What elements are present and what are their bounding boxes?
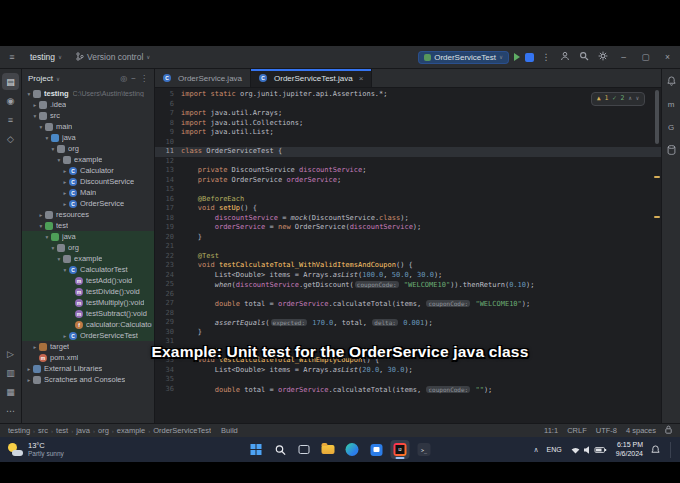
tray-status-icons[interactable]: [570, 441, 608, 459]
maximize-button[interactable]: ▢: [637, 52, 654, 62]
profile-icon[interactable]: [558, 51, 572, 63]
tree-item-discountservice[interactable]: ▸CDiscountService: [22, 176, 154, 187]
code-line-5[interactable]: 5import static org.junit.jupiter.api.Ass…: [155, 90, 661, 100]
code-line-15[interactable]: 15: [155, 185, 661, 195]
tree-item-external-libraries[interactable]: ▸External Libraries: [22, 363, 154, 374]
code-line-16[interactable]: 16 @BeforeEach: [155, 195, 661, 205]
tree-item-orderservice[interactable]: ▸COrderService: [22, 198, 154, 209]
code-line-27[interactable]: 27 double total = orderService.calculate…: [155, 299, 661, 309]
breadcrumb-example[interactable]: example: [117, 426, 145, 435]
code-line-34[interactable]: 34 List<Double> items = Arrays.asList(20…: [155, 366, 661, 376]
run-button[interactable]: [514, 53, 520, 61]
tree-item-testing[interactable]: ▾testingC:\Users\Austin\testing: [22, 88, 154, 99]
terminal-tool-icon[interactable]: ▥: [2, 364, 19, 381]
tree-chevron-icon[interactable]: ▾: [43, 135, 51, 141]
tree-item-orderservicetest[interactable]: ▸COrderServiceTest: [22, 330, 154, 341]
build-status[interactable]: Build: [221, 426, 238, 435]
main-menu-button[interactable]: ≡: [4, 52, 20, 62]
prev-problem-button[interactable]: ∧: [628, 94, 631, 104]
more-actions-button[interactable]: ⋮: [539, 52, 553, 62]
taskbar-icon-intellij[interactable]: IJ: [391, 440, 410, 459]
code-line-26[interactable]: 26: [155, 290, 661, 300]
tree-chevron-icon[interactable]: ▸: [61, 201, 69, 207]
code-line-10[interactable]: 10: [155, 138, 661, 148]
tree-item-test[interactable]: ▾test: [22, 220, 154, 231]
tree-chevron-icon[interactable]: ▸: [25, 366, 33, 372]
tray-overflow-chevron[interactable]: ∧: [533, 446, 538, 454]
panel-action-icon[interactable]: −: [131, 74, 136, 83]
tree-chevron-icon[interactable]: ▾: [31, 113, 39, 119]
taskbar-icon-search[interactable]: [271, 440, 290, 459]
code-line-7[interactable]: 7import java.util.Arrays;: [155, 109, 661, 119]
breadcrumb-src[interactable]: src: [38, 426, 48, 435]
tree-item-main[interactable]: ▸CMain: [22, 187, 154, 198]
more-tool-icon[interactable]: ⋯: [2, 402, 19, 419]
panel-action-icon[interactable]: ⋮: [140, 74, 148, 83]
code-line-22[interactable]: 22 @Test: [155, 252, 661, 262]
notifications-bell-icon[interactable]: [664, 74, 678, 88]
tree-item-calculatortest[interactable]: ▾CCalculatorTest: [22, 264, 154, 275]
code-line-23[interactable]: 23 void testCalculateTotal_WithValidItem…: [155, 261, 661, 271]
tree-chevron-icon[interactable]: ▾: [55, 256, 63, 262]
problems-tool-icon[interactable]: ▦: [2, 383, 19, 400]
language-indicator[interactable]: ENG: [547, 446, 562, 453]
structure-tool-icon[interactable]: ≡: [2, 111, 19, 128]
gradle-tool-icon[interactable]: G: [664, 120, 678, 134]
inspections-widget[interactable]: ▲1 ✓2 ∧ ∨: [591, 92, 645, 106]
tree-chevron-icon[interactable]: ▾: [25, 91, 33, 97]
code-line-20[interactable]: 20 }: [155, 233, 661, 243]
database-tool-icon[interactable]: [664, 143, 678, 157]
breadcrumb-orderservicetest[interactable]: OrderServiceTest: [153, 426, 211, 435]
tree-item-org[interactable]: ▾org: [22, 143, 154, 154]
tree-chevron-icon[interactable]: ▸: [61, 168, 69, 174]
tree-item-org[interactable]: ▾org: [22, 242, 154, 253]
taskbar-icon-start[interactable]: [247, 440, 266, 459]
code-line-36[interactable]: 36 double total = orderService.calculate…: [155, 385, 661, 395]
tab-orderservice-java[interactable]: COrderService.java: [155, 69, 251, 87]
notification-center-icon[interactable]: [651, 441, 660, 459]
tree-chevron-icon[interactable]: ▾: [43, 234, 51, 240]
code-line-18[interactable]: 18 discountService = mock(DiscountServic…: [155, 214, 661, 224]
maven-tool-icon[interactable]: m: [664, 97, 678, 111]
tree-item-scratches-and-consoles[interactable]: ▸Scratches and Consoles: [22, 374, 154, 385]
tree-item-main[interactable]: ▾main: [22, 121, 154, 132]
code-line-13[interactable]: 13 private DiscountService discountServi…: [155, 166, 661, 176]
tree-item-calculator[interactable]: ▸CCalculator: [22, 165, 154, 176]
tree-item-idea[interactable]: ▸.idea: [22, 99, 154, 110]
panel-action-icon[interactable]: ◎: [120, 74, 127, 83]
project-tool-icon[interactable]: ▤: [2, 73, 19, 90]
taskbar-icon-terminal[interactable]: >_: [415, 440, 434, 459]
code-line-9[interactable]: 9import java.util.List;: [155, 128, 661, 138]
tree-chevron-icon[interactable]: ▾: [61, 267, 69, 273]
breadcrumb-testing[interactable]: testing: [8, 426, 30, 435]
code-line-19[interactable]: 19 orderService = new OrderService(disco…: [155, 223, 661, 233]
code-line-21[interactable]: 21: [155, 242, 661, 252]
code-line-17[interactable]: 17 void setUp() {: [155, 204, 661, 214]
code-line-11[interactable]: 11class OrderServiceTest {: [155, 147, 661, 157]
code-line-6[interactable]: 6: [155, 100, 661, 110]
warning-stripe-mark[interactable]: [654, 216, 660, 218]
minimize-button[interactable]: –: [615, 52, 632, 62]
tree-item-java[interactable]: ▾java: [22, 132, 154, 143]
code-line-14[interactable]: 14 private OrderService orderService;: [155, 176, 661, 186]
close-tab-icon[interactable]: ×: [359, 74, 364, 83]
tree-chevron-icon[interactable]: ▸: [61, 190, 69, 196]
taskbar-weather-widget[interactable]: 13°C Partly sunny: [8, 442, 64, 457]
code-line-8[interactable]: 8import java.util.Collections;: [155, 119, 661, 129]
tree-chevron-icon[interactable]: ▸: [25, 377, 33, 383]
breadcrumb-test[interactable]: test: [56, 426, 68, 435]
taskbar-icon-edge[interactable]: [343, 440, 362, 459]
vcs-widget[interactable]: Version control ∨: [72, 50, 154, 65]
tree-item-java[interactable]: ▾java: [22, 231, 154, 242]
tab-orderservicetest-java[interactable]: COrderServiceTest.java×: [251, 69, 372, 87]
next-problem-button[interactable]: ∨: [636, 94, 639, 104]
tree-item-testmultiply-void[interactable]: mtestMultiply():void: [22, 297, 154, 308]
status-item-utf-8[interactable]: UTF-8: [596, 426, 617, 435]
editor-scrollbar[interactable]: [655, 90, 659, 144]
tree-item-example[interactable]: ▾example: [22, 154, 154, 165]
code-line-30[interactable]: 30 }: [155, 328, 661, 338]
code-line-12[interactable]: 12: [155, 157, 661, 167]
code-editor[interactable]: ▲1 ✓2 ∧ ∨ 5import static org.junit.jupit…: [155, 88, 661, 423]
tree-chevron-icon[interactable]: ▾: [49, 146, 57, 152]
run-config-selector[interactable]: OrderServiceTest ∨: [418, 51, 509, 64]
